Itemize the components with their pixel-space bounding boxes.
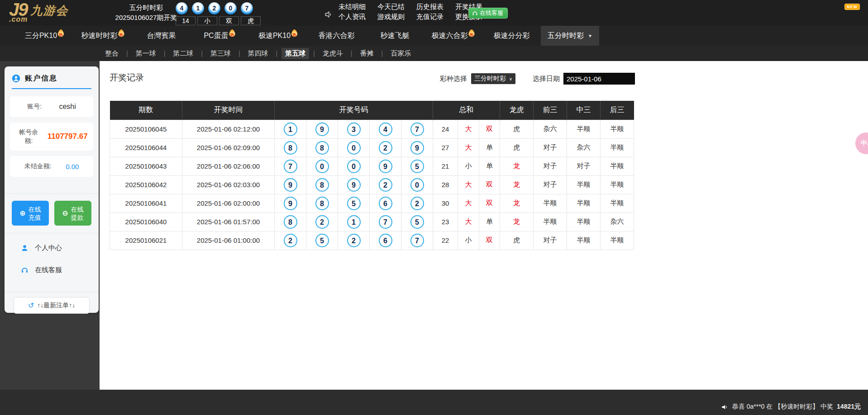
site-logo[interactable]: J9 .com 九游会 — [9, 1, 68, 24]
subnav-item[interactable]: 百家乐 — [387, 48, 415, 59]
account-label: 账号: — [27, 103, 42, 111]
ball-cell: 9 — [306, 120, 338, 138]
latest-orders-label: ↑↓最新注单↑↓ — [37, 302, 75, 310]
subnav-item[interactable]: 龙虎斗 — [319, 48, 347, 59]
header-link[interactable]: 充值记录 — [416, 13, 444, 21]
header-link[interactable]: 历史报表 — [416, 3, 444, 11]
nav-item[interactable]: 香港六合彩 — [307, 26, 366, 46]
marquee-amount: 14821元 — [837, 403, 861, 411]
parity-cell: 单 — [479, 138, 500, 157]
speaker-icon[interactable] — [324, 10, 333, 19]
lottery-ball: 5 — [410, 160, 424, 173]
issue-cell: 20250106045 — [110, 120, 182, 138]
col-middle-three: 中三 — [567, 101, 601, 120]
dragon-tiger-cell: 龙 — [500, 157, 534, 175]
subnav-item[interactable]: 第三球 — [207, 48, 234, 59]
lottery-ball: 2 — [347, 234, 361, 247]
dragon-tiger-cell: 龙 — [500, 194, 534, 212]
subnav-separator: | — [201, 50, 203, 57]
ball-cell: 9 — [401, 138, 433, 157]
table-row: 202501060402025-01-06 01:57:008217523大单龙… — [110, 212, 634, 231]
nav-item[interactable]: 三分PK10热 — [15, 26, 74, 46]
subnav-item[interactable]: 整合 — [101, 48, 122, 59]
results-table: 期数 开奖时间 开奖号码 总和 龙虎 前三 中三 后三 202501060452… — [110, 101, 634, 250]
nav-item[interactable]: 台灣賓果 — [132, 26, 191, 46]
subnav-item[interactable]: 第二球 — [169, 48, 197, 59]
megaphone-icon — [721, 403, 729, 411]
nav-item[interactable]: 极速PK10热 — [249, 26, 307, 46]
time-cell: 2025-01-06 02:12:00 — [182, 120, 275, 138]
user-circle-icon — [12, 74, 20, 83]
online-service-button[interactable]: 在线客服 — [468, 8, 508, 19]
time-cell: 2025-01-06 01:00:00 — [182, 231, 275, 250]
subnav-item[interactable]: 番摊 — [356, 48, 377, 59]
middle-three-cell: 半顺 — [567, 175, 601, 194]
date-select-group: 选择日期 — [533, 73, 635, 85]
nav-item[interactable]: 秒速飞艇 — [366, 26, 424, 46]
subnav-item[interactable]: 第一球 — [132, 48, 160, 59]
sidebar-header: 账户信息 — [12, 74, 57, 83]
lottery-ball: 0 — [410, 178, 424, 192]
front-three-cell: 杂六 — [534, 120, 567, 138]
sum-cell: 21 — [433, 157, 458, 175]
nav-item-label: 极速PK10 — [258, 31, 291, 41]
front-three-cell: 对子 — [534, 175, 567, 194]
header-link[interactable]: 游戏规则 — [377, 13, 405, 21]
ball-cell: 2 — [370, 175, 401, 194]
date-input[interactable] — [563, 73, 635, 85]
table-row: 202501060452025-01-06 02:12:001934724大双虎… — [110, 120, 634, 138]
lottery-ball: 9 — [284, 197, 297, 210]
size-cell: 小 — [458, 231, 479, 250]
back-three-cell: 半顺 — [601, 194, 634, 212]
online-service-label: 在线客服 — [35, 266, 62, 274]
main-panel: 开奖记录 彩种选择 三分时时彩 ∨ 选择日期 期数 开奖时间 — [100, 61, 868, 390]
nav-item[interactable]: 极速六合彩热 — [424, 26, 482, 46]
account-value: ceshi — [59, 103, 76, 111]
header-link[interactable]: 未结明细 — [339, 3, 366, 11]
latest-orders-button[interactable]: ↺ ↑↓最新注单↑↓ — [14, 297, 90, 314]
dragon-tiger-cell: 龙 — [500, 212, 534, 231]
back-three-cell: 半顺 — [601, 138, 634, 157]
nav-item-label: 秒速飞艇 — [381, 31, 410, 41]
personal-center-label: 个人中心 — [35, 244, 62, 252]
lottery-ball: 2 — [379, 178, 392, 192]
lottery-select[interactable]: 三分时时彩 ∨ — [471, 73, 515, 84]
subnav-item[interactable]: 第五球 — [281, 48, 309, 59]
subnav-item[interactable]: 第四球 — [244, 48, 272, 59]
lottery-ball: 9 — [315, 123, 329, 136]
header-link[interactable]: 今天已结 — [377, 3, 405, 11]
content-area: 开奖记录 彩种选择 三分时时彩 ∨ 选择日期 期数 开奖时间 — [0, 61, 868, 390]
lottery-ball: 1 — [284, 123, 297, 136]
deposit-button[interactable]: ⊕ 在线充值 — [12, 201, 49, 226]
sum-cell: 24 — [433, 120, 458, 138]
subnav-separator: | — [313, 50, 315, 57]
draw-tag: 虎 — [241, 16, 261, 25]
draw-ball: 7 — [241, 2, 253, 14]
time-cell: 2025-01-06 02:09:00 — [182, 138, 275, 157]
nav-item[interactable]: PC蛋蛋热 — [191, 26, 249, 46]
nav-item[interactable]: 极速分分彩 — [482, 26, 541, 46]
ball-cell: 8 — [275, 138, 306, 157]
ball-cell: 9 — [338, 175, 370, 194]
middle-three-cell: 半顺 — [567, 120, 601, 138]
ball-cell: 8 — [306, 175, 338, 194]
lottery-ball: 5 — [347, 197, 361, 210]
back-three-cell: 半顺 — [601, 157, 634, 175]
lottery-ball: 6 — [379, 197, 392, 210]
ball-cell: 7 — [275, 157, 306, 175]
online-service-link[interactable]: 在线客服 — [21, 266, 62, 274]
sum-cell: 23 — [433, 212, 458, 231]
header-link[interactable]: 个人资讯 — [339, 13, 366, 21]
sum-cell: 28 — [433, 175, 458, 194]
personal-center-link[interactable]: 个人中心 — [21, 244, 62, 252]
lottery-ball: 0 — [347, 160, 361, 173]
lottery-ball: 2 — [379, 141, 392, 155]
withdraw-button[interactable]: ⊖ 在线提款 — [54, 201, 91, 226]
nav-item[interactable]: 五分时时彩▼ — [541, 26, 599, 46]
ball-cell: 0 — [306, 157, 338, 175]
winner-marquee: 恭喜 0a***0 在 【秒速时时彩】 中奖14821元 — [721, 403, 861, 411]
lottery-ball: 5 — [315, 234, 329, 247]
subnav-separator: | — [276, 50, 278, 57]
col-issue: 期数 — [110, 101, 182, 120]
nav-item[interactable]: 秒速时时彩热 — [74, 26, 132, 46]
